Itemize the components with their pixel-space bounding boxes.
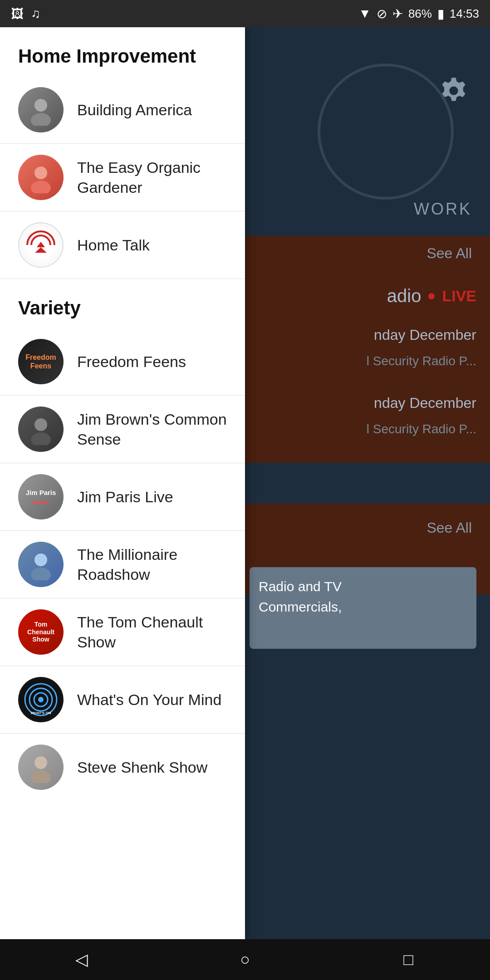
svg-point-8 (31, 432, 51, 445)
clock: 14:53 (450, 7, 479, 21)
see-all-button-2[interactable]: See All (426, 519, 472, 536)
status-right-icons: ▼ ⊘ ✈ 86% ▮ 14:53 (358, 6, 479, 21)
security-text-2: l Security Radio P... (367, 422, 476, 436)
avatar-whats-on-your-mind: WHAT'S ON (18, 677, 64, 722)
avatar-home-talk (18, 222, 64, 268)
recent-apps-icon: □ (403, 950, 413, 969)
sunday-text-1: nday December (374, 327, 476, 343)
gray-card-text: Radio and TV Commercials, (259, 576, 467, 617)
svg-point-7 (34, 418, 47, 431)
bottom-navigation: ◁ ○ □ (0, 939, 490, 980)
radio-text: adio (387, 286, 421, 306)
svg-marker-5 (35, 247, 47, 253)
settings-button[interactable] (436, 73, 472, 109)
avatar-millionaire-roadshow (18, 542, 64, 587)
svg-point-2 (31, 113, 51, 126)
svg-point-14 (38, 697, 44, 702)
home-button[interactable]: ○ (218, 944, 272, 975)
list-item-jim-brown[interactable]: Jim Brown's Common Sense (0, 396, 245, 463)
section-header-home-improvement: Home Improvement (0, 27, 245, 76)
svg-text:WHAT'S ON: WHAT'S ON (31, 711, 51, 715)
wifi-icon: ▼ (358, 6, 371, 21)
list-item-millionaire-roadshow[interactable]: The Millionaire Roadshow (0, 531, 245, 598)
avatar-jim-brown (18, 407, 64, 452)
whats-on-svg: WHAT'S ON (23, 681, 59, 718)
battery-percent: 86% (408, 7, 432, 21)
label-jim-paris-live: Jim Paris Live (77, 487, 173, 507)
battery-icon: ▮ (437, 6, 444, 21)
svg-point-16 (34, 756, 47, 769)
sunday-text-2: nday December (374, 395, 476, 412)
label-easy-organic-gardener: The Easy Organic Gardener (77, 157, 227, 197)
avatar-jim-paris-live: Jim Paris▬▬▬ (18, 474, 64, 519)
home-icon: ○ (240, 950, 250, 969)
background-work-text: WORK (414, 200, 472, 219)
list-item-easy-organic-gardener[interactable]: The Easy Organic Gardener (0, 144, 245, 211)
person-silhouette-building (25, 94, 57, 126)
recent-apps-button[interactable]: □ (381, 944, 436, 975)
see-all-button-1[interactable]: See All (426, 245, 472, 262)
live-dot (428, 293, 435, 299)
svg-point-3 (34, 167, 47, 179)
status-bar: 🖼 ♫ ▼ ⊘ ✈ 86% ▮ 14:53 (0, 0, 490, 27)
list-item-jim-paris-live[interactable]: Jim Paris▬▬▬ Jim Paris Live (0, 463, 245, 531)
avatar-steve-shenk (18, 745, 64, 790)
svg-point-0 (450, 87, 458, 95)
live-section: adio LIVE (387, 286, 476, 306)
status-left-icons: 🖼 ♫ (11, 6, 40, 21)
svg-point-10 (31, 568, 51, 580)
svg-point-1 (34, 99, 47, 112)
gray-card: Radio and TV Commercials, (250, 567, 476, 649)
label-tom-chenault: The Tom Chenault Show (77, 612, 227, 652)
svg-point-9 (34, 554, 47, 566)
navigation-drawer: Home Improvement Building America (0, 27, 245, 939)
svg-point-17 (31, 770, 51, 783)
section-header-variety: Variety (0, 279, 245, 328)
home-talk-svg (20, 225, 61, 265)
person-silhouette-millionaire (25, 549, 57, 580)
label-building-america: Building America (77, 100, 192, 120)
label-freedom-feens: Freedom Feens (77, 352, 186, 372)
person-silhouette-organic (25, 162, 57, 193)
person-silhouette-jim-brown (25, 413, 57, 445)
live-badge: LIVE (442, 287, 476, 305)
list-item-freedom-feens[interactable]: FreedomFeens Freedom Feens (0, 328, 245, 396)
avatar-easy-organic-gardener (18, 155, 64, 200)
label-whats-on-your-mind: What's On Your Mind (77, 690, 221, 710)
sim-icon: ⊘ (377, 6, 387, 21)
avatar-tom-chenault: Tom ChenaultShow (18, 609, 64, 655)
back-button[interactable]: ◁ (54, 944, 109, 975)
security-text-1: l Security Radio P... (367, 354, 476, 368)
label-steve-shenk: Steve Shenk Show (77, 757, 207, 777)
gear-icon (439, 76, 468, 105)
label-home-talk: Home Talk (77, 235, 150, 255)
label-jim-brown: Jim Brown's Common Sense (77, 409, 227, 449)
list-item-home-talk[interactable]: Home Talk (0, 211, 245, 279)
list-item-whats-on-your-mind[interactable]: WHAT'S ON What's On Your Mind (0, 666, 245, 734)
back-icon: ◁ (75, 950, 88, 969)
label-millionaire-roadshow: The Millionaire Roadshow (77, 544, 227, 584)
svg-marker-6 (37, 242, 45, 247)
avatar-freedom-feens: FreedomFeens (18, 339, 64, 384)
drawer-content: Home Improvement Building America (0, 27, 245, 801)
plane-icon: ✈ (392, 6, 403, 21)
music-icon: ♫ (31, 6, 40, 21)
list-item-building-america[interactable]: Building America (0, 76, 245, 144)
avatar-building-america (18, 87, 64, 132)
picture-icon: 🖼 (11, 6, 24, 21)
list-item-tom-chenault[interactable]: Tom ChenaultShow The Tom Chenault Show (0, 598, 245, 666)
list-item-steve-shenk[interactable]: Steve Shenk Show (0, 734, 245, 801)
svg-point-4 (31, 181, 51, 193)
background-circle (318, 64, 454, 200)
person-silhouette-steve (25, 751, 57, 783)
